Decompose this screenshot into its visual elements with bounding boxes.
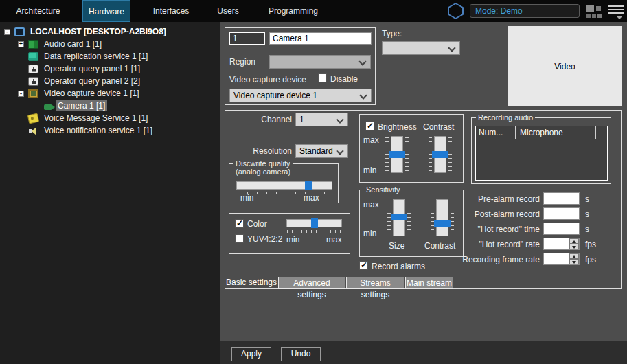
tree-item-label: Data replication service 1 [1] xyxy=(42,51,150,62)
data-replication-icon xyxy=(28,52,38,61)
discwrite-quality-title: Discwrite quality (analog camera) xyxy=(233,159,293,176)
color-slider-thumb[interactable] xyxy=(311,218,318,228)
tab-advanced-settings[interactable]: Advanced settings xyxy=(278,277,345,289)
tree-item-data-replication[interactable]: Data replication service 1 [1] xyxy=(0,50,220,62)
spin-down-icon[interactable] xyxy=(569,259,579,264)
record-alarms-checkbox[interactable] xyxy=(359,261,368,270)
discwrite-slider-thumb[interactable] xyxy=(305,181,312,190)
nav-programming[interactable]: Programming xyxy=(266,0,320,22)
spinner-arrows[interactable] xyxy=(569,238,579,249)
spinner-arrows[interactable] xyxy=(569,253,579,264)
max-label: max xyxy=(363,200,379,209)
region-label: Region xyxy=(229,57,255,67)
tree-item-video-capture-device[interactable]: - Video capture device 1 [1] xyxy=(0,87,220,100)
camera-id-input[interactable] xyxy=(229,32,265,45)
color-checkbox[interactable] xyxy=(235,219,244,228)
brightness-contrast-group: Brightness Contrast max min xyxy=(359,114,464,183)
discwrite-quality-slider[interactable] xyxy=(236,181,332,190)
hot-record-time-input[interactable] xyxy=(543,223,580,235)
spin-down-icon[interactable] xyxy=(569,244,579,249)
tree-item-operator-panel-2[interactable]: Operator query panel 2 [2] xyxy=(0,75,220,87)
hot-record-rate-label: "Hot record" rate xyxy=(446,240,540,249)
camera-name-input[interactable] xyxy=(269,32,372,45)
sensitivity-title: Sensitivity xyxy=(364,185,402,194)
camera-identity-group: Region Video capture device Disable Vide… xyxy=(225,27,376,105)
collapse-expander-icon[interactable]: - xyxy=(4,29,10,35)
size-label: Size xyxy=(389,241,404,251)
pre-alarm-record-input[interactable] xyxy=(543,192,580,205)
tree-item-label: LOCALHOST [DESKTOP-A2BI9O8] xyxy=(28,26,168,37)
contrast-slider[interactable] xyxy=(429,136,452,173)
layout-grid-icon[interactable] xyxy=(586,5,604,19)
speaker-icon xyxy=(28,126,38,135)
tab-basic-settings[interactable]: Basic settings xyxy=(225,277,277,289)
hot-record-rate-spinner[interactable] xyxy=(543,238,580,250)
fps-unit-label: fps xyxy=(585,255,596,264)
max-label: max xyxy=(363,135,379,145)
yuv-checkbox[interactable] xyxy=(235,234,244,243)
seconds-unit-label: s xyxy=(585,225,589,234)
hamburger-menu-icon[interactable] xyxy=(608,5,624,18)
disable-label: Disable xyxy=(330,74,358,84)
top-menu-bar: Architecture Hardware Interfaces Users P… xyxy=(0,0,627,22)
region-dropdown[interactable] xyxy=(269,55,371,69)
tree-item-localhost[interactable]: - LOCALHOST [DESKTOP-A2BI9O8] xyxy=(0,25,220,38)
nav-interfaces[interactable]: Interfaces xyxy=(148,0,194,22)
nav-hardware[interactable]: Hardware xyxy=(82,0,130,22)
discwrite-quality-group: Discwrite quality (analog camera) min ma… xyxy=(229,163,339,203)
recording-frame-rate-spinner[interactable] xyxy=(543,253,580,265)
apply-button[interactable]: Apply xyxy=(231,347,271,361)
expand-expander-icon[interactable]: + xyxy=(18,41,24,47)
mode-indicator[interactable]: Mode: Demo xyxy=(470,4,580,18)
disable-checkbox[interactable] xyxy=(318,73,327,82)
tree-item-voice-notification-service[interactable]: Voice notification service 1 [1] xyxy=(0,124,220,137)
color-slider[interactable] xyxy=(286,219,342,227)
brightness-slider-thumb[interactable] xyxy=(389,151,405,158)
contrast-slider-thumb[interactable] xyxy=(432,151,448,158)
nav-architecture[interactable]: Architecture xyxy=(12,0,64,22)
voice-message-icon xyxy=(27,113,39,124)
brightness-checkbox[interactable] xyxy=(365,122,374,130)
nav-users[interactable]: Users xyxy=(212,0,244,22)
color-label: Color xyxy=(247,219,267,229)
tree-item-audio-card[interactable]: + Audio card 1 [1] xyxy=(0,38,220,50)
contrast-label: Contrast xyxy=(423,122,454,132)
recording-audio-group: Recording audio Num... Microphone xyxy=(471,117,611,184)
tree-item-operator-panel-1[interactable]: Operator query panel 1 [1] xyxy=(0,62,220,75)
brightness-label: Brightness xyxy=(378,122,417,132)
resolution-dropdown[interactable]: Standard xyxy=(295,144,348,158)
tree-item-label: Audio card 1 [1] xyxy=(42,38,104,49)
channel-label: Channel xyxy=(227,115,292,124)
undo-button[interactable]: Undo xyxy=(281,347,321,361)
column-header-number[interactable]: Num... xyxy=(476,126,516,139)
brightness-slider[interactable] xyxy=(385,136,409,173)
resolution-label: Resolution xyxy=(227,146,292,156)
type-dropdown[interactable] xyxy=(382,41,460,55)
sensitivity-size-slider[interactable] xyxy=(387,199,411,236)
collapse-expander-icon[interactable]: - xyxy=(18,91,24,97)
recording-audio-table[interactable]: Num... Microphone xyxy=(475,126,608,181)
tree-item-label: Video capture device 1 [1] xyxy=(42,88,141,99)
recording-audio-title: Recording audio xyxy=(476,113,535,122)
channel-dropdown[interactable]: 1 xyxy=(295,113,348,126)
spin-up-icon[interactable] xyxy=(569,253,579,259)
tab-main-stream[interactable]: Main stream xyxy=(405,277,453,289)
tree-item-label: Voice Message Service 1 [1] xyxy=(42,113,150,124)
action-bar: Apply Undo xyxy=(220,341,627,364)
tab-streams-settings[interactable]: Streams settings xyxy=(346,277,404,289)
tree-item-voice-message-service[interactable]: Voice Message Service 1 [1] xyxy=(0,112,220,124)
spin-up-icon[interactable] xyxy=(569,238,579,244)
tree-item-label: Operator query panel 1 [1] xyxy=(42,63,142,74)
camera-icon xyxy=(44,104,52,110)
post-alarm-record-input[interactable] xyxy=(543,207,580,220)
post-alarm-record-label: Post-alarm record xyxy=(446,209,540,219)
table-header-row: Num... Microphone xyxy=(476,126,607,139)
column-header-microphone[interactable]: Microphone xyxy=(516,126,596,139)
hand-panel-icon xyxy=(28,65,38,73)
size-slider-thumb[interactable] xyxy=(391,214,407,220)
pre-alarm-record-label: Pre-alarm record xyxy=(446,194,540,204)
slider-ticks xyxy=(287,230,342,233)
video-capture-device-dropdown[interactable]: Video capture device 1 xyxy=(229,89,372,102)
hand-panel-icon xyxy=(28,77,38,86)
tree-item-camera-1[interactable]: Camera 1 [1] xyxy=(0,100,220,112)
